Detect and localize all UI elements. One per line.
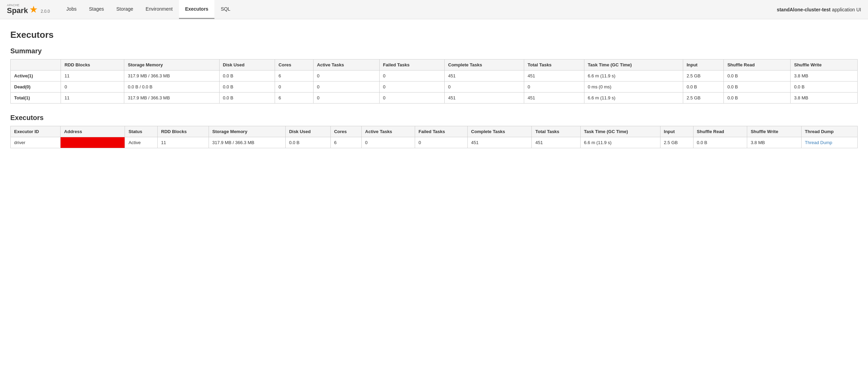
thread-dump-link[interactable]: Thread Dump <box>805 140 832 145</box>
row-active-tasks: 0 <box>313 93 379 104</box>
row-disk-used: 0.0 B <box>219 93 275 104</box>
summary-heading: Summary <box>10 47 858 55</box>
row-complete-tasks: 451 <box>445 71 524 82</box>
nav-stages[interactable]: Stages <box>83 0 110 19</box>
executors-section: Executors Executor ID Address Status RDD… <box>10 114 858 148</box>
row-active-tasks: 0 <box>313 71 379 82</box>
row-cores: 6 <box>275 71 314 82</box>
exec-thread-dump[interactable]: Thread Dump <box>801 137 857 148</box>
row-task-time: 0 ms (0 ms) <box>584 82 683 93</box>
page-title: Executors <box>10 30 858 40</box>
row-storage-memory: 0.0 B / 0.0 B <box>124 82 219 93</box>
spark-star-icon: ★ <box>29 5 38 14</box>
row-total-tasks: 0 <box>524 82 584 93</box>
row-input: 2.5 GB <box>683 71 724 82</box>
app-info: standAlone-cluster-test application UI <box>777 7 861 12</box>
nav-storage[interactable]: Storage <box>110 0 139 19</box>
exec-disk-used: 0.0 B <box>285 137 330 148</box>
col-status: Status <box>125 126 158 137</box>
spark-logo: APACHE Spark ★ 2.0.0 <box>7 4 50 15</box>
row-label: Active(1) <box>11 71 61 82</box>
executors-heading: Executors <box>10 114 858 122</box>
col-label <box>11 59 61 71</box>
col-input: Input <box>683 59 724 71</box>
row-storage-memory: 317.9 MB / 366.3 MB <box>124 93 219 104</box>
col-total-tasks: Total Tasks <box>524 59 584 71</box>
row-label: Dead(0) <box>11 82 61 93</box>
row-shuffle-write: 3.8 MB <box>791 71 858 82</box>
summary-header-row: RDD Blocks Storage Memory Disk Used Core… <box>11 59 858 71</box>
app-suffix: application UI <box>830 7 861 12</box>
exec-total-tasks: 451 <box>532 137 580 148</box>
col-task-time: Task Time (GC Time) <box>584 59 683 71</box>
row-disk-used: 0.0 B <box>219 71 275 82</box>
col-shuffle-write2: Shuffle Write <box>747 126 801 137</box>
col-cores: Cores <box>275 59 314 71</box>
exec-status: Active <box>125 137 158 148</box>
col-shuffle-write: Shuffle Write <box>791 59 858 71</box>
col-total-tasks2: Total Tasks <box>532 126 580 137</box>
col-thread-dump: Thread Dump <box>801 126 857 137</box>
exec-rdd-blocks: 11 <box>158 137 209 148</box>
exec-shuffle-read: 0.0 B <box>693 137 747 148</box>
exec-complete-tasks: 451 <box>467 137 532 148</box>
spark-logo-text: APACHE Spark <box>7 4 28 15</box>
row-shuffle-read: 0.0 B <box>724 71 791 82</box>
exec-shuffle-write: 3.8 MB <box>747 137 801 148</box>
row-storage-memory: 317.9 MB / 366.3 MB <box>124 71 219 82</box>
executor-table-row: driver Active 11 317.9 MB / 366.3 MB 0.0… <box>11 137 858 148</box>
col-failed-tasks: Failed Tasks <box>379 59 444 71</box>
navbar: APACHE Spark ★ 2.0.0 Jobs Stages Storage… <box>0 0 868 19</box>
row-cores: 6 <box>275 93 314 104</box>
executors-header-row: Executor ID Address Status RDD Blocks St… <box>11 126 858 137</box>
exec-cores: 6 <box>330 137 361 148</box>
row-cores: 0 <box>275 82 314 93</box>
row-failed-tasks: 0 <box>379 82 444 93</box>
col-disk-used2: Disk Used <box>285 126 330 137</box>
row-total-tasks: 451 <box>524 93 584 104</box>
col-rdd-blocks: RDD Blocks <box>61 59 124 71</box>
nav-executors[interactable]: Executors <box>179 0 215 19</box>
summary-section: Summary RDD Blocks Storage Memory Disk U… <box>10 47 858 104</box>
row-shuffle-write: 3.8 MB <box>791 93 858 104</box>
col-storage-memory2: Storage Memory <box>209 126 285 137</box>
exec-storage-memory: 317.9 MB / 366.3 MB <box>209 137 285 148</box>
exec-address <box>61 137 125 148</box>
row-shuffle-read: 0.0 B <box>724 93 791 104</box>
app-name: standAlone-cluster-test <box>777 7 830 12</box>
col-disk-used: Disk Used <box>219 59 275 71</box>
nav-environment[interactable]: Environment <box>139 0 179 19</box>
row-input: 2.5 GB <box>683 93 724 104</box>
row-total-tasks: 451 <box>524 71 584 82</box>
col-complete-tasks: Complete Tasks <box>445 59 524 71</box>
col-task-time2: Task Time (GC Time) <box>580 126 660 137</box>
row-failed-tasks: 0 <box>379 71 444 82</box>
main-content: Executors Summary RDD Blocks Storage Mem… <box>0 19 868 169</box>
nav-links: Jobs Stages Storage Environment Executor… <box>60 0 777 19</box>
summary-table-row: Total(1) 11 317.9 MB / 366.3 MB 0.0 B 6 … <box>11 93 858 104</box>
summary-table: RDD Blocks Storage Memory Disk Used Core… <box>10 59 858 104</box>
row-rdd-blocks: 0 <box>61 82 124 93</box>
col-failed-tasks2: Failed Tasks <box>415 126 467 137</box>
nav-jobs[interactable]: Jobs <box>60 0 83 19</box>
spark-wordmark: Spark <box>7 6 28 15</box>
row-task-time: 6.6 m (11.9 s) <box>584 93 683 104</box>
exec-task-time: 6.6 m (11.9 s) <box>580 137 660 148</box>
row-task-time: 6.6 m (11.9 s) <box>584 71 683 82</box>
row-shuffle-read: 0.0 B <box>724 82 791 93</box>
row-shuffle-write: 0.0 B <box>791 82 858 93</box>
exec-input: 2.5 GB <box>660 137 693 148</box>
col-exec-id: Executor ID <box>11 126 61 137</box>
col-address: Address <box>61 126 125 137</box>
col-input2: Input <box>660 126 693 137</box>
summary-table-row: Active(1) 11 317.9 MB / 366.3 MB 0.0 B 6… <box>11 71 858 82</box>
col-shuffle-read2: Shuffle Read <box>693 126 747 137</box>
nav-sql[interactable]: SQL <box>214 0 236 19</box>
row-rdd-blocks: 11 <box>61 71 124 82</box>
col-complete-tasks2: Complete Tasks <box>467 126 532 137</box>
row-complete-tasks: 451 <box>445 93 524 104</box>
exec-id: driver <box>11 137 61 148</box>
exec-active-tasks: 0 <box>361 137 415 148</box>
brand: APACHE Spark ★ 2.0.0 <box>7 4 50 15</box>
col-active-tasks2: Active Tasks <box>361 126 415 137</box>
